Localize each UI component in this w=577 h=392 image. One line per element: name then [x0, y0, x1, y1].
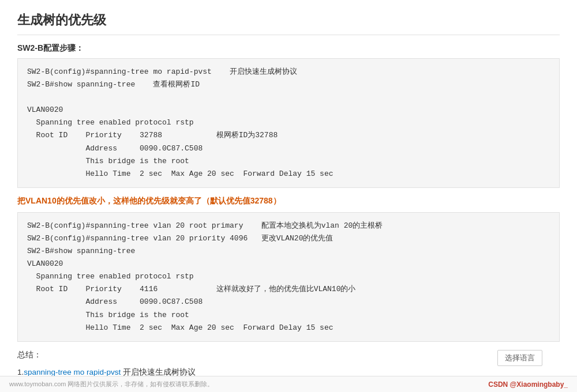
summary-item-1-number: 1. [17, 368, 24, 376]
code-block-1-text: SW2-B(config)#spanning-tree mo rapid-pvs… [27, 67, 334, 178]
code-block-1: SW2-B(config)#spanning-tree mo rapid-pvs… [17, 58, 560, 188]
code-block-2: SW2-B(config)#spanning-tree vlan 20 root… [17, 212, 560, 342]
lang-button[interactable]: 选择语言 [497, 350, 542, 366]
summary-title: 总结： [17, 350, 560, 360]
footer-left-text: www.toymoban.com 网络图片仅供展示，非存储，如有侵权请联系删除。 [9, 380, 213, 389]
summary-item-1-comment: 开启快速生成树协议 [121, 368, 196, 376]
page-title: 生成树的优先级 [17, 12, 560, 35]
footer-bar: www.toymoban.com 网络图片仅供展示，非存储，如有侵权请联系删除。… [0, 376, 577, 392]
footer-right-text: CSDN @Xiaomingbaby_ [488, 380, 568, 389]
summary-item-1-cmd: spanning-tree mo rapid-pvst [24, 368, 121, 376]
code-block-2-text: SW2-B(config)#spanning-tree vlan 20 root… [27, 221, 383, 332]
section1-label: SW2-B配置步骤： [17, 43, 560, 54]
highlight-line: 把VLAN10的优先值改小，这样他的优先级就变高了（默认优先值32788） [17, 196, 560, 206]
